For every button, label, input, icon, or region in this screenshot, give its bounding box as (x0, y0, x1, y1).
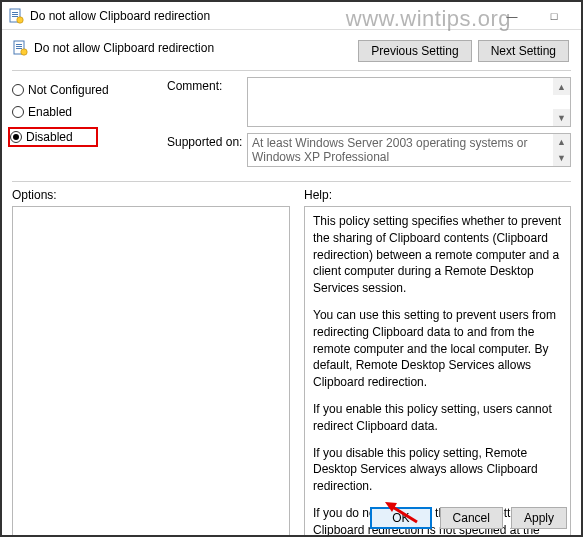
help-panel: This policy setting specifies whether to… (304, 206, 571, 537)
radio-label: Enabled (28, 105, 72, 119)
scroll-up-icon[interactable]: ▲ (553, 134, 570, 150)
radio-icon (12, 106, 24, 118)
radio-not-configured[interactable]: Not Configured (12, 83, 167, 97)
cancel-button[interactable]: Cancel (440, 507, 503, 529)
scrollbar[interactable]: ▲ ▼ (553, 78, 570, 126)
highlight-box: Disabled (8, 127, 98, 147)
options-label: Options: (12, 188, 290, 202)
maximize-button[interactable]: □ (533, 3, 575, 29)
ok-button[interactable]: OK (370, 507, 431, 529)
comment-label: Comment: (167, 77, 247, 127)
svg-rect-8 (16, 48, 22, 49)
svg-rect-3 (12, 16, 18, 17)
help-label: Help: (304, 188, 571, 202)
options-panel (12, 206, 290, 537)
scrollbar[interactable]: ▲ ▼ (553, 134, 570, 166)
svg-rect-6 (16, 44, 22, 45)
policy-icon (8, 8, 24, 24)
comment-textarea[interactable]: ▲ ▼ (247, 77, 571, 127)
scroll-down-icon[interactable]: ▼ (553, 109, 570, 126)
help-text: If you disable this policy setting, Remo… (313, 445, 562, 495)
scroll-down-icon[interactable]: ▼ (553, 150, 570, 166)
svg-rect-1 (12, 12, 18, 13)
help-text: If you enable this policy setting, users… (313, 401, 562, 435)
svg-point-9 (21, 49, 27, 55)
policy-icon (12, 40, 28, 56)
apply-button[interactable]: Apply (511, 507, 567, 529)
titlebar: Do not allow Clipboard redirection — □ (2, 2, 581, 30)
supported-label: Supported on: (167, 133, 247, 167)
supported-textarea: At least Windows Server 2003 operating s… (247, 133, 571, 167)
policy-heading: Do not allow Clipboard redirection (34, 41, 214, 55)
radio-enabled[interactable]: Enabled (12, 105, 167, 119)
window-title: Do not allow Clipboard redirection (30, 9, 491, 23)
radio-icon (12, 84, 24, 96)
help-text: This policy setting specifies whether to… (313, 213, 562, 297)
radio-icon (10, 131, 22, 143)
supported-value: At least Windows Server 2003 operating s… (252, 136, 527, 164)
radio-disabled[interactable]: Disabled (10, 130, 92, 144)
separator (12, 181, 571, 182)
separator (12, 70, 571, 71)
radio-label: Disabled (26, 130, 73, 144)
svg-rect-7 (16, 46, 22, 47)
help-text: You can use this setting to prevent user… (313, 307, 562, 391)
svg-point-4 (17, 16, 23, 22)
previous-setting-button[interactable]: Previous Setting (358, 40, 471, 62)
scroll-up-icon[interactable]: ▲ (553, 78, 570, 95)
minimize-button[interactable]: — (491, 3, 533, 29)
radio-label: Not Configured (28, 83, 109, 97)
svg-rect-2 (12, 14, 18, 15)
next-setting-button[interactable]: Next Setting (478, 40, 569, 62)
dialog-buttons: OK Cancel Apply (370, 507, 567, 529)
